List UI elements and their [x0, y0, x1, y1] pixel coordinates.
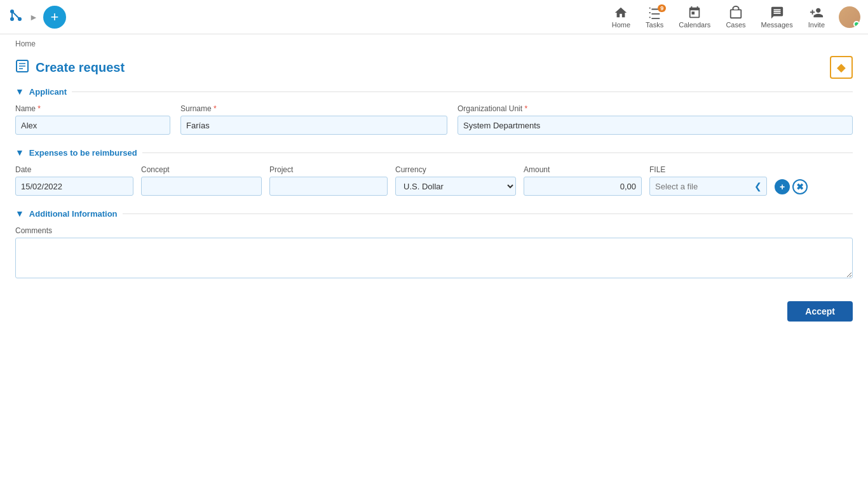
page-header: Create request ◆ [0, 53, 868, 86]
nav-right: Home 9 Tasks Calendars Cases Messages In… [606, 3, 860, 31]
name-label: Name * [15, 104, 170, 113]
expenses-divider [142, 152, 853, 153]
file-group: FILE ❮ [649, 165, 767, 196]
applicant-form-row: Name * Surname * Organizational Unit * [15, 104, 853, 135]
currency-label: Currency [395, 165, 516, 174]
concept-input[interactable] [141, 177, 262, 196]
additional-form-row: Comments [15, 226, 853, 278]
date-group: Date [15, 165, 133, 196]
additional-divider [123, 214, 853, 214]
expenses-toggle[interactable]: ▼ [15, 147, 24, 158]
nav-messages[interactable]: Messages [755, 3, 799, 31]
comments-textarea[interactable] [15, 238, 853, 278]
nav-cases[interactable]: Cases [719, 3, 752, 31]
main-content: ▼ Applicant Name * Surname * [0, 86, 868, 278]
org-label: Organizational Unit * [458, 104, 853, 113]
name-group: Name * [15, 104, 170, 135]
applicant-divider [72, 92, 853, 92]
nav-left: ► + [8, 6, 600, 29]
nav-invite[interactable]: Invite [802, 3, 831, 31]
page-title: Create request [36, 60, 125, 75]
additional-toggle[interactable]: ▼ [15, 208, 24, 219]
currency-group: Currency U.S. Dollar Euro Pound Sterling [395, 165, 516, 196]
top-navigation: ► + Home 9 Tasks Calendars Cases Message… [0, 0, 868, 34]
breadcrumb: Home [0, 34, 868, 53]
tasks-badge: 9 [658, 4, 666, 12]
additional-section-header: ▼ Additional Information [15, 208, 853, 219]
expenses-section-header: ▼ Expenses to be reimbursed [15, 147, 853, 158]
header-right: ◆ [830, 56, 853, 79]
comments-label: Comments [15, 226, 853, 235]
applicant-section: ▼ Applicant Name * Surname * [15, 86, 853, 135]
surname-label: Surname * [180, 104, 447, 113]
amount-label: Amount [524, 165, 642, 174]
nav-chevron-icon: ► [29, 12, 38, 22]
file-label: FILE [649, 165, 767, 174]
row-actions: + ✖ [775, 179, 808, 196]
additional-section: ▼ Additional Information Comments [15, 208, 853, 278]
nav-tasks[interactable]: 9 Tasks [639, 3, 670, 31]
concept-group: Concept [141, 165, 262, 196]
expenses-section: ▼ Expenses to be reimbursed Date Concept… [15, 147, 853, 196]
project-label: Project [269, 165, 388, 174]
applicant-toggle[interactable]: ▼ [15, 86, 24, 97]
amount-input[interactable] [524, 177, 642, 196]
accept-button[interactable]: Accept [787, 301, 853, 322]
comments-group: Comments [15, 226, 853, 278]
name-input[interactable] [15, 116, 170, 135]
expenses-section-title: Expenses to be reimbursed [29, 148, 137, 158]
expenses-form-row: Date Concept Project Currency U.S. Dolla… [15, 165, 853, 196]
applicant-section-title: Applicant [29, 87, 67, 97]
user-avatar[interactable] [839, 6, 860, 28]
org-required: * [524, 104, 527, 113]
brand-icon [8, 7, 24, 27]
surname-required: * [214, 104, 217, 113]
surname-input[interactable] [180, 116, 447, 135]
project-group: Project [269, 165, 388, 196]
currency-select[interactable]: U.S. Dollar Euro Pound Sterling [395, 177, 516, 196]
file-select-arrow-icon: ❮ [754, 181, 762, 191]
amount-group: Amount [524, 165, 642, 196]
date-input[interactable] [15, 177, 133, 196]
file-input[interactable] [649, 177, 767, 196]
diamond-button[interactable]: ◆ [830, 56, 853, 79]
remove-row-button[interactable]: ✖ [792, 179, 808, 194]
surname-group: Surname * [180, 104, 447, 135]
project-input[interactable] [269, 177, 388, 196]
add-button[interactable]: + [43, 6, 66, 29]
add-row-button[interactable]: + [775, 179, 790, 194]
page-icon [15, 59, 29, 76]
org-group: Organizational Unit * [458, 104, 853, 135]
concept-label: Concept [141, 165, 262, 174]
online-indicator [853, 21, 860, 27]
form-footer: Accept [0, 291, 868, 332]
name-required: * [37, 104, 41, 113]
nav-calendars[interactable]: Calendars [672, 3, 717, 31]
additional-section-title: Additional Information [29, 209, 118, 219]
date-label: Date [15, 165, 133, 174]
file-select-wrapper: ❮ [649, 177, 767, 196]
nav-home[interactable]: Home [606, 3, 637, 31]
applicant-section-header: ▼ Applicant [15, 86, 853, 97]
org-input[interactable] [458, 116, 853, 135]
